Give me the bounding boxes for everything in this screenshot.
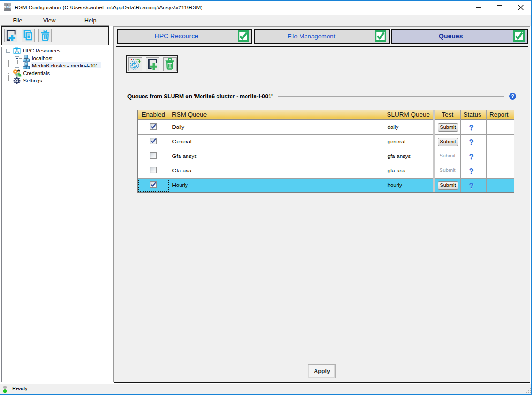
svg-text:RSM: RSM — [4, 5, 11, 9]
